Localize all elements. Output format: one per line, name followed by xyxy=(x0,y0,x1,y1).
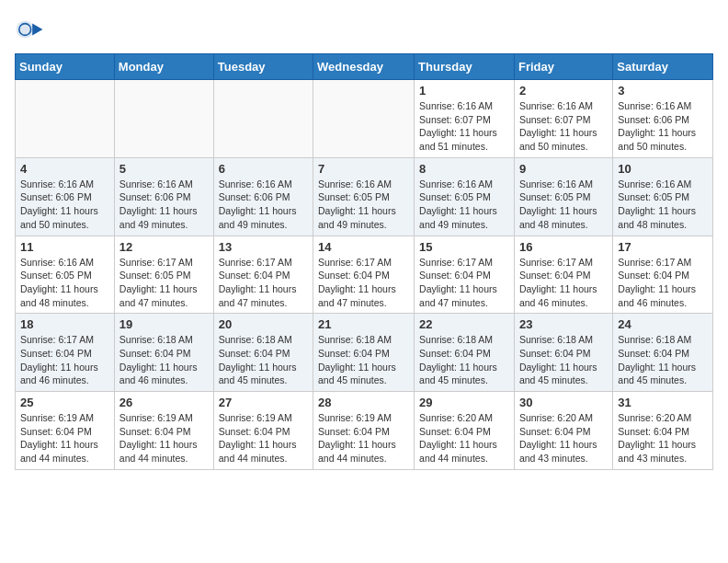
day-info: Sunrise: 6:16 AM Sunset: 6:06 PM Dayligh… xyxy=(219,178,308,232)
day-info: Sunrise: 6:18 AM Sunset: 6:04 PM Dayligh… xyxy=(318,333,409,387)
calendar-cell xyxy=(114,80,213,158)
day-number: 29 xyxy=(419,396,509,409)
day-number: 1 xyxy=(419,84,509,98)
day-info: Sunrise: 6:18 AM Sunset: 6:04 PM Dayligh… xyxy=(419,333,509,387)
weekday-header-thursday: Thursday xyxy=(415,54,515,80)
calendar-cell: 7Sunrise: 6:16 AM Sunset: 6:05 PM Daylig… xyxy=(313,157,415,236)
day-number: 14 xyxy=(318,240,409,254)
calendar-cell: 4Sunrise: 6:16 AM Sunset: 6:06 PM Daylig… xyxy=(16,157,115,236)
day-number: 9 xyxy=(519,162,608,176)
day-info: Sunrise: 6:17 AM Sunset: 6:04 PM Dayligh… xyxy=(20,333,109,387)
day-number: 24 xyxy=(618,317,708,331)
header xyxy=(15,15,713,44)
day-info: Sunrise: 6:18 AM Sunset: 6:04 PM Dayligh… xyxy=(618,333,708,387)
calendar-cell: 27Sunrise: 6:19 AM Sunset: 6:04 PM Dayli… xyxy=(213,392,313,470)
calendar-cell: 30Sunrise: 6:20 AM Sunset: 6:04 PM Dayli… xyxy=(514,392,612,470)
weekday-header-sunday: Sunday xyxy=(16,54,115,80)
day-number: 17 xyxy=(618,240,708,254)
weekday-header-wednesday: Wednesday xyxy=(313,54,415,80)
calendar-week-1: 1Sunrise: 6:16 AM Sunset: 6:07 PM Daylig… xyxy=(16,80,713,158)
day-info: Sunrise: 6:18 AM Sunset: 6:04 PM Dayligh… xyxy=(219,333,308,387)
day-info: Sunrise: 6:16 AM Sunset: 6:07 PM Dayligh… xyxy=(519,99,608,154)
calendar-week-4: 18Sunrise: 6:17 AM Sunset: 6:04 PM Dayli… xyxy=(16,314,713,392)
day-number: 8 xyxy=(419,162,509,176)
day-number: 19 xyxy=(119,317,209,331)
calendar-cell: 6Sunrise: 6:16 AM Sunset: 6:06 PM Daylig… xyxy=(213,157,313,236)
day-number: 18 xyxy=(20,317,109,331)
calendar-cell: 22Sunrise: 6:18 AM Sunset: 6:04 PM Dayli… xyxy=(415,314,515,392)
day-number: 10 xyxy=(618,162,708,176)
calendar-cell: 11Sunrise: 6:16 AM Sunset: 6:05 PM Dayli… xyxy=(16,236,115,314)
calendar-cell: 31Sunrise: 6:20 AM Sunset: 6:04 PM Dayli… xyxy=(613,392,713,470)
day-number: 4 xyxy=(20,162,109,176)
day-info: Sunrise: 6:17 AM Sunset: 6:04 PM Dayligh… xyxy=(318,256,409,310)
day-number: 13 xyxy=(219,240,308,254)
calendar-cell: 20Sunrise: 6:18 AM Sunset: 6:04 PM Dayli… xyxy=(213,314,313,392)
calendar-cell: 2Sunrise: 6:16 AM Sunset: 6:07 PM Daylig… xyxy=(514,80,612,158)
day-info: Sunrise: 6:18 AM Sunset: 6:04 PM Dayligh… xyxy=(119,333,209,387)
calendar-cell: 19Sunrise: 6:18 AM Sunset: 6:04 PM Dayli… xyxy=(114,314,213,392)
weekday-header-tuesday: Tuesday xyxy=(213,54,313,80)
day-number: 11 xyxy=(20,240,109,254)
day-number: 26 xyxy=(119,396,209,409)
day-number: 25 xyxy=(20,396,109,409)
day-number: 31 xyxy=(618,396,708,409)
day-info: Sunrise: 6:16 AM Sunset: 6:07 PM Dayligh… xyxy=(419,99,509,154)
calendar-cell: 14Sunrise: 6:17 AM Sunset: 6:04 PM Dayli… xyxy=(313,236,415,314)
calendar-cell: 28Sunrise: 6:19 AM Sunset: 6:04 PM Dayli… xyxy=(313,392,415,470)
calendar-cell: 18Sunrise: 6:17 AM Sunset: 6:04 PM Dayli… xyxy=(16,314,115,392)
day-number: 6 xyxy=(219,162,308,176)
day-number: 21 xyxy=(318,317,409,331)
weekday-header-friday: Friday xyxy=(514,54,612,80)
day-info: Sunrise: 6:16 AM Sunset: 6:05 PM Dayligh… xyxy=(519,178,608,232)
day-info: Sunrise: 6:17 AM Sunset: 6:04 PM Dayligh… xyxy=(219,256,308,310)
day-number: 28 xyxy=(318,396,409,409)
svg-marker-2 xyxy=(32,24,42,36)
calendar-cell xyxy=(213,80,313,158)
calendar-cell: 24Sunrise: 6:18 AM Sunset: 6:04 PM Dayli… xyxy=(613,314,713,392)
day-number: 5 xyxy=(119,162,209,176)
calendar-cell: 29Sunrise: 6:20 AM Sunset: 6:04 PM Dayli… xyxy=(415,392,515,470)
day-number: 22 xyxy=(419,317,509,331)
day-number: 20 xyxy=(219,317,308,331)
weekday-row: SundayMondayTuesdayWednesdayThursdayFrid… xyxy=(16,54,713,80)
calendar-cell: 3Sunrise: 6:16 AM Sunset: 6:06 PM Daylig… xyxy=(613,80,713,158)
calendar-cell: 17Sunrise: 6:17 AM Sunset: 6:04 PM Dayli… xyxy=(613,236,713,314)
calendar-cell: 10Sunrise: 6:16 AM Sunset: 6:05 PM Dayli… xyxy=(613,157,713,236)
day-info: Sunrise: 6:19 AM Sunset: 6:04 PM Dayligh… xyxy=(318,411,409,465)
day-info: Sunrise: 6:16 AM Sunset: 6:06 PM Dayligh… xyxy=(119,178,209,232)
day-info: Sunrise: 6:20 AM Sunset: 6:04 PM Dayligh… xyxy=(419,411,509,465)
day-number: 16 xyxy=(519,240,608,254)
day-info: Sunrise: 6:16 AM Sunset: 6:05 PM Dayligh… xyxy=(318,178,409,232)
day-number: 3 xyxy=(618,84,708,98)
day-info: Sunrise: 6:16 AM Sunset: 6:06 PM Dayligh… xyxy=(618,99,708,154)
calendar-cell: 1Sunrise: 6:16 AM Sunset: 6:07 PM Daylig… xyxy=(415,80,515,158)
day-info: Sunrise: 6:17 AM Sunset: 6:04 PM Dayligh… xyxy=(419,256,509,310)
calendar-body: 1Sunrise: 6:16 AM Sunset: 6:07 PM Daylig… xyxy=(16,80,713,470)
calendar-cell: 25Sunrise: 6:19 AM Sunset: 6:04 PM Dayli… xyxy=(16,392,115,470)
calendar-cell xyxy=(16,80,115,158)
calendar-cell: 8Sunrise: 6:16 AM Sunset: 6:05 PM Daylig… xyxy=(415,157,515,236)
calendar-header: SundayMondayTuesdayWednesdayThursdayFrid… xyxy=(16,54,713,80)
day-number: 7 xyxy=(318,162,409,176)
day-info: Sunrise: 6:16 AM Sunset: 6:05 PM Dayligh… xyxy=(618,178,708,232)
calendar-cell: 15Sunrise: 6:17 AM Sunset: 6:04 PM Dayli… xyxy=(415,236,515,314)
calendar-week-5: 25Sunrise: 6:19 AM Sunset: 6:04 PM Dayli… xyxy=(16,392,713,470)
day-info: Sunrise: 6:17 AM Sunset: 6:04 PM Dayligh… xyxy=(519,256,608,310)
day-number: 30 xyxy=(519,396,608,409)
day-info: Sunrise: 6:17 AM Sunset: 6:04 PM Dayligh… xyxy=(618,256,708,310)
calendar-cell: 13Sunrise: 6:17 AM Sunset: 6:04 PM Dayli… xyxy=(213,236,313,314)
calendar-cell xyxy=(313,80,415,158)
logo-icon xyxy=(15,15,44,44)
day-info: Sunrise: 6:16 AM Sunset: 6:05 PM Dayligh… xyxy=(20,256,109,310)
calendar-cell: 26Sunrise: 6:19 AM Sunset: 6:04 PM Dayli… xyxy=(114,392,213,470)
day-info: Sunrise: 6:19 AM Sunset: 6:04 PM Dayligh… xyxy=(20,411,109,465)
calendar-cell: 9Sunrise: 6:16 AM Sunset: 6:05 PM Daylig… xyxy=(514,157,612,236)
day-info: Sunrise: 6:18 AM Sunset: 6:04 PM Dayligh… xyxy=(519,333,608,387)
calendar-cell: 23Sunrise: 6:18 AM Sunset: 6:04 PM Dayli… xyxy=(514,314,612,392)
calendar-cell: 12Sunrise: 6:17 AM Sunset: 6:05 PM Dayli… xyxy=(114,236,213,314)
weekday-header-monday: Monday xyxy=(114,54,213,80)
day-number: 2 xyxy=(519,84,608,98)
weekday-header-saturday: Saturday xyxy=(613,54,713,80)
day-info: Sunrise: 6:16 AM Sunset: 6:06 PM Dayligh… xyxy=(20,178,109,232)
